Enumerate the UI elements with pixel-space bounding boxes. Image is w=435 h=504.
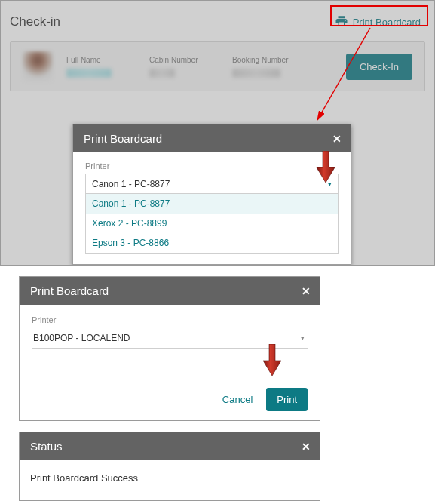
printer-dropdown-list: Canon 1 - PC-8877 Xerox 2 - PC-8899 Epso… xyxy=(85,193,339,254)
checkin-panel: Check-in Print Boardcard Full Name Cabin… xyxy=(0,0,435,266)
chevron-down-icon: ▾ xyxy=(301,334,305,342)
printer-option[interactable]: Xerox 2 - PC-8899 xyxy=(86,214,338,233)
booking-value xyxy=(232,69,280,78)
page-title: Check-in xyxy=(10,14,60,29)
modal-titlebar: Print Boardcard ✕ xyxy=(20,277,320,305)
printer-icon xyxy=(335,14,348,30)
fullname-label: Full Name xyxy=(66,56,127,64)
printer-field-label: Printer xyxy=(32,315,308,324)
modal-titlebar: Print Boardcard ✕ xyxy=(73,124,351,152)
print-boardcard-label: Print Boardcard xyxy=(353,17,421,28)
print-button[interactable]: Print xyxy=(266,388,308,411)
cabin-label: Cabin Number xyxy=(149,56,210,64)
printer-field-label: Printer xyxy=(85,161,339,171)
booking-label: Booking Number xyxy=(232,56,293,64)
annotation-arrow-icon xyxy=(262,344,282,378)
cabin-value xyxy=(149,69,175,78)
printer-option[interactable]: Canon 1 - PC-8877 xyxy=(86,194,338,214)
fullname-value xyxy=(66,69,112,78)
annotation-arrow-icon xyxy=(316,151,335,185)
printer-selected-value: Canon 1 - PC-8877 xyxy=(92,179,170,189)
checkin-button[interactable]: Check-In xyxy=(346,54,412,80)
checkin-header: Check-in Print Boardcard xyxy=(10,8,425,35)
fullname-col: Full Name xyxy=(66,56,127,78)
print-boardcard-modal: Print Boardcard ✕ Printer Canon 1 - PC-8… xyxy=(72,124,351,265)
modal-title: Print Boardcard xyxy=(30,284,109,297)
avatar xyxy=(23,51,53,81)
print-boardcard-modal-standalone: Print Boardcard ✕ Printer B100POP - LOCA… xyxy=(19,276,320,421)
printer-dropdown[interactable]: Canon 1 - PC-8877 ▾ xyxy=(85,174,339,193)
modal-titlebar: Status ✕ xyxy=(20,432,320,460)
modal-title: Status xyxy=(30,440,63,453)
close-icon[interactable]: ✕ xyxy=(332,134,342,144)
modal-title: Print Boardcard xyxy=(84,132,162,145)
status-modal: Status ✕ Print Boardcard Success xyxy=(19,432,320,501)
cabin-col: Cabin Number xyxy=(149,56,210,78)
status-message: Print Boardcard Success xyxy=(20,460,320,500)
close-icon[interactable]: ✕ xyxy=(302,441,311,452)
booking-col: Booking Number xyxy=(232,56,293,78)
print-boardcard-link[interactable]: Print Boardcard xyxy=(330,11,425,33)
cancel-button[interactable]: Cancel xyxy=(216,389,259,410)
printer-selected-value: B100POP - LOCALEND xyxy=(33,333,130,343)
close-icon[interactable]: ✕ xyxy=(302,286,311,297)
printer-option[interactable]: Epson 3 - PC-8866 xyxy=(86,233,338,253)
guest-card: Full Name Cabin Number Booking Number Ch… xyxy=(10,41,425,91)
modal-actions: Cancel Print xyxy=(20,388,320,420)
